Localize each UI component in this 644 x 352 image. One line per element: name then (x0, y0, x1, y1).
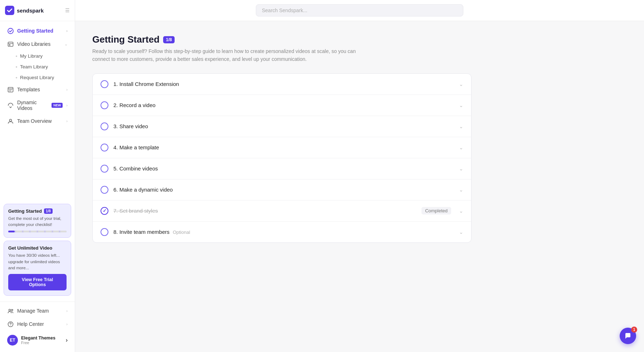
progress-segment-1 (8, 231, 15, 232)
chevron-down-icon: ⌄ (459, 229, 463, 235)
svg-point-9 (10, 325, 11, 326)
bottom-nav: Manage Team › Help Center › ET Elegant T… (0, 302, 75, 352)
optional-label: Optional (173, 230, 190, 235)
user-plan: Free (21, 341, 63, 345)
sidebar: sendspark ☰ Getting Started › (0, 0, 75, 352)
card-progress-badge: 1/8 (44, 208, 53, 214)
dot-icon (16, 56, 17, 57)
chevron-down-icon: ⌄ (459, 124, 463, 129)
svg-point-1 (8, 28, 13, 34)
user-info: Elegant Themes Free (21, 336, 63, 345)
main-content: Getting Started 1/8 Ready to scale yours… (75, 21, 644, 352)
check-circle-dynamic (101, 186, 108, 194)
chevron-right-icon: › (66, 103, 68, 107)
checklist-item-record-video[interactable]: 2. Record a video ⌄ (93, 95, 471, 116)
my-library-label: My Library (20, 53, 43, 59)
chevron-right-icon: › (66, 309, 68, 313)
sidebar-item-team-library[interactable]: Team Library (13, 62, 73, 72)
chevron-down-icon: ⌄ (459, 81, 463, 87)
help-icon (7, 321, 14, 327)
chevron-down-icon: ⌄ (459, 208, 463, 214)
check-circle-template (101, 144, 108, 151)
card-title: Getting Started 1/8 (8, 208, 67, 214)
request-library-label: Request Library (20, 75, 54, 80)
view-trial-button[interactable]: View Free Trial Options (8, 274, 67, 290)
check-circle-invite (101, 228, 108, 236)
team-overview-icon (7, 118, 14, 124)
checklist-item-dynamic-video[interactable]: 6. Make a dynamic video ⌄ (93, 179, 471, 201)
logo-text: sendspark (17, 8, 44, 14)
sidebar-label-templates: Templates (17, 87, 63, 92)
progress-segment-5 (38, 231, 44, 232)
manage-team-label: Manage Team (17, 308, 63, 314)
template-icon (7, 86, 14, 93)
chevron-right-icon: › (66, 322, 68, 326)
topbar (75, 0, 644, 21)
item-label-combine: 5. Combine videos (113, 165, 454, 172)
help-center-label: Help Center (17, 321, 63, 327)
dot-icon (16, 77, 17, 78)
card-desc: Get the most out of your trial, complete… (8, 216, 67, 228)
main-area: Getting Started 1/8 Ready to scale yours… (75, 0, 644, 352)
checklist-item-make-template[interactable]: 4. Make a template ⌄ (93, 137, 471, 158)
item-label-invite: 8. Invite team members Optional (113, 229, 454, 235)
search-input[interactable] (256, 4, 463, 16)
chevron-right-icon: › (66, 87, 68, 92)
sidebar-item-team-overview[interactable]: Team Overview › (2, 115, 73, 127)
item-label-install: 1. Install Chrome Extension (113, 81, 454, 87)
item-label-dynamic: 6. Make a dynamic video (113, 187, 454, 193)
checklist-item-invite-members[interactable]: 8. Invite team members Optional ⌄ (93, 222, 471, 242)
checklist-item-brand-styles[interactable]: 7. Set brand styles Completed ⌄ (93, 201, 471, 222)
chevron-down-icon: ⌄ (459, 145, 463, 150)
sidebar-label-dynamic-videos: Dynamic Videos (17, 100, 48, 111)
sidebar-item-dynamic-videos[interactable]: Dynamic Videos New › (2, 96, 73, 114)
chevron-right-icon: › (66, 337, 68, 343)
dynamic-icon (7, 102, 14, 109)
checklist-item-share-video[interactable]: 3. Share video ⌄ (93, 116, 471, 137)
hamburger-icon[interactable]: ☰ (65, 8, 70, 13)
chevron-right-icon: › (66, 29, 68, 33)
chevron-down-icon: ⌄ (459, 102, 463, 108)
page-header: Getting Started 1/8 (92, 34, 627, 45)
chevron-down-icon: ⌄ (459, 187, 463, 193)
logo-icon (5, 6, 14, 15)
check-circle-share (101, 122, 108, 130)
progress-segment-4 (30, 231, 37, 232)
manage-team-icon (7, 308, 14, 314)
unlimited-card-desc: You have 30/30 videos left... upgrade fo… (8, 252, 67, 271)
chat-icon (624, 332, 631, 339)
checklist-item-install-chrome[interactable]: 1. Install Chrome Extension ⌄ (93, 74, 471, 95)
new-badge: New (52, 103, 63, 108)
logo[interactable]: sendspark (5, 6, 44, 15)
sidebar-item-getting-started[interactable]: Getting Started › (2, 24, 73, 37)
team-library-label: Team Library (20, 64, 48, 69)
chat-notification-badge: 1 (631, 327, 637, 333)
avatar: ET (7, 335, 18, 346)
dot-icon (16, 66, 17, 68)
status-badge-completed: Completed (421, 207, 451, 214)
video-libraries-sub-nav: My Library Team Library Request Library (0, 51, 75, 83)
sidebar-item-video-libraries[interactable]: Video Libraries ⌄ (2, 38, 73, 50)
sidebar-item-help-center[interactable]: Help Center › (2, 318, 73, 331)
user-row[interactable]: ET Elegant Themes Free › (2, 331, 73, 349)
sidebar-label-getting-started: Getting Started (17, 28, 63, 34)
svg-rect-2 (8, 42, 13, 46)
sidebar-item-templates[interactable]: Templates › (2, 83, 73, 96)
item-label-brand: 7. Set brand styles (113, 208, 416, 214)
sidebar-cards: Getting Started 1/8 Get the most out of … (0, 201, 75, 302)
chat-bubble[interactable]: 1 (620, 328, 636, 344)
checklist: 1. Install Chrome Extension ⌄ 2. Record … (92, 73, 472, 243)
checklist-item-combine-videos[interactable]: 5. Combine videos ⌄ (93, 158, 471, 179)
svg-point-7 (11, 309, 13, 311)
page-title: Getting Started (92, 34, 160, 45)
sidebar-item-request-library[interactable]: Request Library (13, 72, 73, 83)
library-icon (7, 41, 14, 47)
check-circle-record (101, 101, 108, 109)
sidebar-item-my-library[interactable]: My Library (13, 51, 73, 61)
progress-segment-6 (45, 231, 52, 232)
user-name: Elegant Themes (21, 336, 63, 341)
item-label-template: 4. Make a template (113, 144, 454, 150)
progress-segment-3 (23, 231, 30, 232)
svg-point-5 (9, 119, 11, 121)
sidebar-item-manage-team[interactable]: Manage Team › (2, 304, 73, 317)
